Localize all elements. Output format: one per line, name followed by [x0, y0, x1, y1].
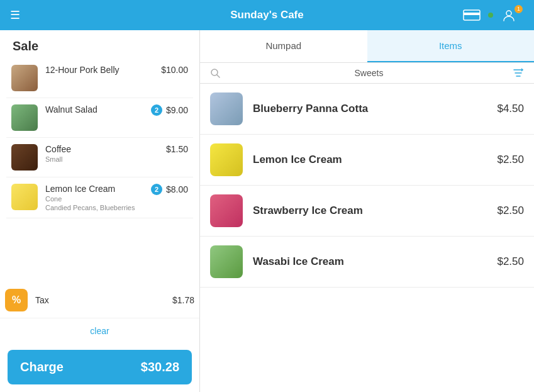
clear-button[interactable]: clear: [0, 318, 199, 344]
search-bar: Sweets: [200, 63, 534, 84]
menu-item-image: [210, 245, 243, 278]
sale-item-price: $1.50: [166, 144, 188, 154]
main-layout: Sale 12-Hour Pork Belly$10.00Walnut Sala…: [0, 30, 534, 392]
svg-line-5: [217, 75, 220, 77]
menu-item-price: $2.50: [497, 204, 524, 217]
sale-item-price: $8.00: [166, 184, 188, 194]
menu-item-image: [210, 194, 243, 227]
sale-item-name: Walnut Salad: [45, 104, 146, 115]
sale-item-sub: Cone: [45, 195, 146, 203]
sale-item-details: Walnut Salad: [45, 104, 146, 115]
top-bar-right: 1: [463, 8, 524, 22]
sale-item-sub: Small: [45, 155, 161, 163]
menu-item[interactable]: Strawberry Ice Cream$2.50: [200, 186, 534, 237]
user-icon[interactable]: [502, 8, 516, 22]
charge-button[interactable]: Charge $30.28: [8, 350, 192, 384]
sale-item-details: Lemon Ice CreamConeCandied Pecans, Blueb…: [45, 184, 146, 211]
menu-item-price: $2.50: [497, 154, 524, 166]
tab-numpad[interactable]: Numpad: [200, 30, 367, 62]
sale-item-name: Coffee: [45, 144, 161, 154]
filter-icon[interactable]: [513, 68, 524, 78]
sale-item-right: $1.50: [166, 144, 188, 154]
sale-item-right: 2$9.00: [151, 104, 188, 116]
menu-item-image: [210, 92, 243, 125]
sale-item-image: [11, 184, 38, 210]
sale-item-image: [11, 104, 38, 131]
sale-item-price: $9.00: [166, 105, 188, 115]
qty-badge: 2: [151, 184, 162, 195]
tax-price: $1.78: [172, 295, 194, 305]
svg-rect-1: [464, 13, 480, 15]
sale-item-sub: Candied Pecans, Blueberries: [45, 204, 146, 211]
sale-item-image: [11, 144, 38, 171]
svg-point-3: [506, 11, 511, 16]
hamburger-icon[interactable]: ☰: [10, 8, 20, 22]
user-notification-badge: 1: [515, 5, 523, 13]
sale-heading: Sale: [0, 30, 199, 59]
sale-item-right: 2$8.00: [151, 184, 188, 195]
qty-badge: 2: [151, 104, 162, 116]
svg-rect-2: [465, 16, 469, 18]
menu-item-name: Lemon Ice Cream: [253, 154, 497, 166]
sale-item-image: [11, 65, 38, 91]
category-label: Sweets: [225, 68, 513, 78]
menu-item-image: [210, 143, 243, 176]
right-panel: Numpad Items Sweets Blueberry Panna Cott…: [200, 30, 534, 392]
tabs: Numpad Items: [200, 30, 534, 63]
tax-icon: %: [5, 289, 28, 311]
sale-item-right: $10.00: [161, 65, 188, 75]
menu-item-name: Blueberry Panna Cotta: [253, 103, 497, 115]
search-icon[interactable]: [210, 68, 220, 78]
menu-item-price: $2.50: [497, 255, 524, 268]
sale-item-name: 12-Hour Pork Belly: [45, 65, 156, 75]
sale-item-price: $10.00: [161, 65, 188, 75]
top-bar: ☰ Sunday's Cafe 1: [0, 0, 534, 30]
charge-label: Charge: [20, 360, 64, 374]
status-dot: [488, 13, 493, 18]
menu-item[interactable]: Blueberry Panna Cotta$4.50: [200, 84, 534, 135]
sale-item-details: CoffeeSmall: [45, 144, 161, 163]
menu-items-list: Blueberry Panna Cotta$4.50Lemon Ice Crea…: [200, 84, 534, 392]
menu-item[interactable]: Wasabi Ice Cream$2.50: [200, 237, 534, 288]
menu-item-name: Wasabi Ice Cream: [253, 255, 497, 268]
tab-items[interactable]: Items: [367, 30, 535, 62]
menu-item-name: Strawberry Ice Cream: [253, 204, 497, 217]
sale-items-list: 12-Hour Pork Belly$10.00Walnut Salad2$9.…: [0, 59, 199, 283]
menu-item-price: $4.50: [497, 103, 524, 115]
sale-item[interactable]: CoffeeSmall$1.50: [6, 138, 193, 177]
menu-item[interactable]: Lemon Ice Cream$2.50: [200, 135, 534, 186]
sale-item[interactable]: 12-Hour Pork Belly$10.00: [6, 59, 193, 98]
app-title: Sunday's Cafe: [230, 9, 303, 21]
sale-item-name: Lemon Ice Cream: [45, 184, 146, 194]
sale-panel: Sale 12-Hour Pork Belly$10.00Walnut Sala…: [0, 30, 200, 392]
charge-amount: $30.28: [141, 360, 179, 374]
credit-card-icon: [463, 9, 481, 21]
tax-item: % Tax $1.78: [0, 283, 199, 318]
sale-item[interactable]: Walnut Salad2$9.00: [6, 98, 193, 138]
sale-item[interactable]: Lemon Ice CreamConeCandied Pecans, Blueb…: [6, 177, 193, 218]
sale-item-details: 12-Hour Pork Belly: [45, 65, 156, 75]
tax-label: Tax: [35, 295, 172, 305]
